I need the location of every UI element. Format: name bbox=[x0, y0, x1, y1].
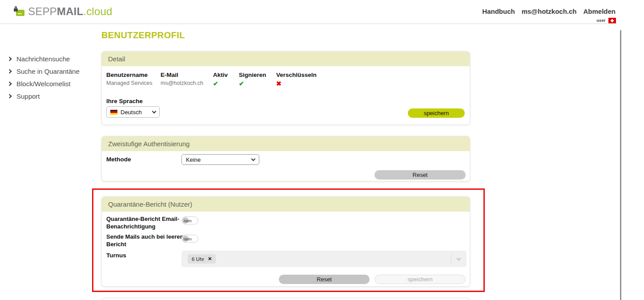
detail-panel: Detail Benutzername Managed Services E-M… bbox=[101, 51, 470, 125]
field-label: Verschlüsseln bbox=[276, 72, 325, 78]
sidebar-item-suche-in-quarantaene[interactable]: Suche in Quarantäne bbox=[8, 65, 97, 77]
email-notification-toggle[interactable]: nein bbox=[181, 216, 198, 224]
lock-envelope-icon bbox=[13, 6, 25, 17]
sidebar-item-label: Support bbox=[16, 92, 40, 100]
verschluesseln-column: Verschlüsseln ✖ bbox=[276, 72, 325, 87]
page-title: BENUTZERPROFIL bbox=[101, 30, 185, 40]
remove-tag-icon[interactable]: ✕ bbox=[208, 256, 212, 262]
chevron-down-icon[interactable] bbox=[457, 256, 461, 260]
logo-text: SEPPMAIL.cloud bbox=[28, 5, 113, 18]
german-flag-icon bbox=[110, 110, 117, 115]
empty-report-label: Sende Mails auch bei leerem Bericht bbox=[106, 233, 186, 248]
seppmail-logo[interactable]: SEPPMAIL.cloud bbox=[13, 5, 113, 18]
twofactor-panel-header: Zweistufige Authentisierung bbox=[102, 136, 470, 151]
user-role-row: user bbox=[596, 18, 616, 23]
check-icon: ✔ bbox=[213, 80, 239, 87]
field-label: Benutzername bbox=[106, 72, 161, 78]
swiss-flag-icon[interactable] bbox=[608, 18, 616, 23]
toggle-state-label: nein bbox=[184, 218, 192, 223]
turnus-tag: 6 Uhr ✕ bbox=[188, 254, 216, 264]
method-selected-value: Keine bbox=[186, 156, 252, 163]
turnus-tag-label: 6 Uhr bbox=[192, 256, 204, 262]
logout-link[interactable]: Abmelden bbox=[583, 8, 616, 15]
sidebar: Nachrichtensuche Suche in Quarantäne Blo… bbox=[8, 52, 97, 102]
turnus-multiselect[interactable]: 6 Uhr ✕ bbox=[181, 251, 467, 267]
method-select[interactable]: Keine bbox=[181, 154, 259, 165]
field-label: Signieren bbox=[239, 72, 276, 78]
top-bar: SEPPMAIL.cloud Handbuch ms@hotzkoch.ch A… bbox=[0, 0, 644, 24]
role-label: user bbox=[596, 18, 606, 23]
language-selected-value: Deutsch bbox=[121, 109, 149, 116]
turnus-label: Turnus bbox=[106, 252, 126, 259]
field-value: ms@hotzkoch.ch bbox=[161, 80, 213, 86]
empty-report-toggle[interactable]: nein bbox=[181, 235, 198, 243]
signieren-column: Signieren ✔ bbox=[239, 72, 276, 87]
header-divider bbox=[0, 24, 616, 24]
method-label: Methode bbox=[106, 156, 131, 163]
language-select[interactable]: Deutsch bbox=[106, 106, 160, 118]
field-label: E-Mail bbox=[161, 72, 213, 78]
chevron-right-icon bbox=[8, 94, 12, 98]
field-label: Aktiv bbox=[213, 72, 239, 78]
reset-button[interactable]: Reset bbox=[374, 170, 466, 180]
aktiv-column: Aktiv ✔ bbox=[213, 72, 239, 87]
language-label: Ihre Sprache bbox=[106, 98, 143, 104]
quarantine-panel-header: Quarantäne-Bericht (Nutzer) bbox=[102, 197, 470, 212]
sidebar-item-block-welcomelist[interactable]: Block/Welcomelist bbox=[8, 77, 97, 90]
email-column: E-Mail ms@hotzkoch.ch bbox=[161, 72, 213, 87]
twofactor-panel: Zweistufige Authentisierung Methode Kein… bbox=[101, 136, 470, 181]
check-icon: ✔ bbox=[239, 80, 276, 87]
save-button[interactable]: speichern bbox=[408, 108, 465, 118]
handbuch-link[interactable]: Handbuch bbox=[482, 8, 515, 15]
detail-columns: Benutzername Managed Services E-Mail ms@… bbox=[106, 72, 325, 87]
page: SEPPMAIL.cloud Handbuch ms@hotzkoch.ch A… bbox=[0, 0, 644, 300]
vertical-scrollbar[interactable] bbox=[620, 30, 621, 300]
field-value: Managed Services bbox=[106, 80, 161, 86]
chevron-down-icon bbox=[152, 109, 157, 114]
sidebar-item-label: Nachrichtensuche bbox=[16, 55, 70, 63]
benutzername-column: Benutzername Managed Services bbox=[106, 72, 161, 87]
email-notification-label: Quarantäne-Bericht Email-Benachrichtigun… bbox=[106, 216, 186, 231]
detail-panel-header: Detail bbox=[102, 52, 470, 66]
header-nav: Handbuch ms@hotzkoch.ch Abmelden bbox=[482, 8, 616, 15]
chevron-down-icon bbox=[251, 157, 256, 161]
chevron-right-icon bbox=[8, 81, 12, 86]
toggle-state-label: nein bbox=[184, 236, 192, 241]
sidebar-item-label: Block/Welcomelist bbox=[16, 80, 70, 88]
sidebar-item-support[interactable]: Support bbox=[8, 90, 97, 102]
next-panel-partial bbox=[101, 298, 470, 300]
sidebar-item-nachrichtensuche[interactable]: Nachrichtensuche bbox=[8, 52, 97, 65]
sidebar-item-label: Suche in Quarantäne bbox=[16, 68, 80, 75]
quarantine-reset-button[interactable]: Reset bbox=[279, 275, 370, 284]
quarantine-save-button[interactable]: speichern bbox=[374, 275, 466, 284]
quarantine-report-panel: Quarantäne-Bericht (Nutzer) Quarantäne-B… bbox=[101, 196, 470, 287]
select-divider bbox=[451, 254, 451, 264]
account-email-link[interactable]: ms@hotzkoch.ch bbox=[522, 8, 577, 15]
chevron-right-icon bbox=[8, 56, 12, 61]
cross-icon: ✖ bbox=[276, 80, 325, 87]
chevron-right-icon bbox=[8, 69, 12, 73]
